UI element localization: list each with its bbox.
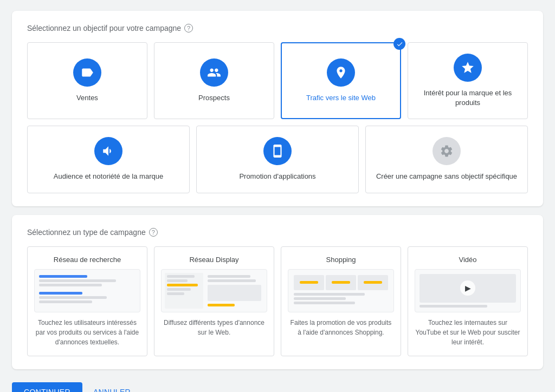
search-type-desc: Touchez les utilisateurs intéressés par …: [34, 318, 140, 347]
interet-label: Intérêt pour la marque et les produits: [415, 88, 521, 108]
campaign-types-grid: Réseau de recherche Touchez les utilisat…: [27, 246, 528, 356]
prospects-label: Prospects: [198, 93, 230, 103]
objective-sans-objectif[interactable]: Créer une campagne sans objectif spécifi…: [365, 126, 528, 193]
campaign-type-display[interactable]: Réseau Display: [154, 246, 274, 356]
trafic-label: Trafic vers le site Web: [306, 93, 376, 103]
objective-prospects[interactable]: Prospects: [154, 42, 274, 119]
play-icon: ▶: [460, 280, 475, 296]
ventes-label: Ventes: [76, 93, 98, 103]
page-wrapper: Sélectionnez un objectif pour votre camp…: [12, 11, 543, 392]
video-type-title: Vidéo: [415, 256, 521, 264]
prospects-icon-circle: [200, 58, 228, 87]
video-type-desc: Touchez les internautes sur YouTube et s…: [415, 318, 521, 347]
objective-section: Sélectionnez un objectif pour votre camp…: [12, 11, 543, 206]
trafic-icon-circle: [327, 58, 355, 87]
shopping-type-desc: Faites la promotion de vos produits à l'…: [288, 318, 394, 337]
shopping-type-title: Shopping: [288, 256, 394, 264]
sans-objectif-label: Créer une campagne sans objectif spécifi…: [376, 172, 517, 181]
campaign-type-video[interactable]: Vidéo ▶ Touchez les internautes sur YouT…: [408, 246, 528, 356]
help-icon-objectives[interactable]: ?: [184, 24, 193, 32]
section1-title: Sélectionnez un objectif pour votre camp…: [27, 24, 528, 32]
objective-ventes[interactable]: Ventes: [27, 42, 147, 119]
section2-title: Sélectionnez un type de campagne ?: [27, 228, 528, 237]
objective-apps[interactable]: Promotion d'applications: [196, 126, 359, 193]
apps-label: Promotion d'applications: [239, 172, 315, 181]
help-icon-types[interactable]: ?: [149, 228, 158, 237]
apps-icon-circle: [263, 137, 292, 165]
search-type-title: Réseau de recherche: [34, 256, 140, 264]
ventes-icon-circle: [73, 58, 101, 87]
trafic-check-badge: [393, 38, 405, 50]
actions-bar: CONTINUER ANNULER: [12, 378, 543, 392]
campaign-type-search[interactable]: Réseau de recherche Touchez les utilisat…: [27, 246, 147, 356]
campaign-type-section: Sélectionnez un type de campagne ? Résea…: [12, 215, 543, 369]
sans-objectif-icon-circle: [433, 137, 461, 165]
display-type-desc: Diffusez différents types d'annonce sur …: [161, 318, 267, 337]
continue-button[interactable]: CONTINUER: [12, 382, 82, 392]
audience-label: Audience et notoriété de la marque: [54, 172, 163, 181]
section1-title-text: Sélectionnez un objectif pour votre camp…: [27, 24, 181, 32]
display-mock-visual: [161, 269, 267, 312]
video-mock-visual: ▶: [415, 269, 521, 312]
objectives-grid-row1: Ventes Prospects: [27, 42, 528, 119]
cancel-button[interactable]: ANNULER: [93, 388, 131, 392]
section2-title-text: Sélectionnez un type de campagne: [27, 228, 146, 237]
audience-icon-circle: [94, 137, 122, 165]
campaign-type-shopping[interactable]: Shopping Faites la promotion de vos prod…: [281, 246, 401, 356]
objective-interet[interactable]: Intérêt pour la marque et les produits: [408, 42, 528, 119]
shopping-mock-visual: [288, 269, 394, 312]
objective-audience[interactable]: Audience et notoriété de la marque: [27, 126, 190, 193]
search-mock-visual: [34, 269, 140, 312]
display-type-title: Réseau Display: [161, 256, 267, 264]
interet-icon-circle: [454, 54, 482, 82]
objective-trafic[interactable]: Trafic vers le site Web: [281, 42, 401, 119]
objectives-grid-row2: Audience et notoriété de la marque Promo…: [27, 126, 528, 193]
